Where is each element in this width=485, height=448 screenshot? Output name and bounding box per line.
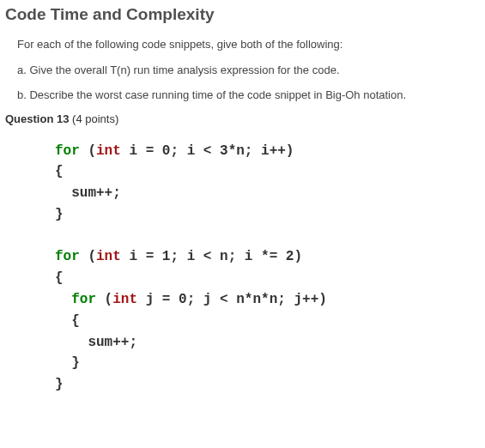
code-text: { <box>55 313 80 329</box>
instructions-b: b. Describe the worst case running time … <box>17 87 475 104</box>
section-title: Code Time and Complexity <box>5 5 475 24</box>
code-text: { <box>55 270 64 286</box>
code-text: } <box>55 355 80 371</box>
instructions-a: a. Give the overall T(n) run time analys… <box>17 62 475 79</box>
question-header: Question 13 (4 points) <box>5 112 475 125</box>
code-text: { <box>55 164 64 179</box>
keyword-for: for <box>55 143 80 159</box>
document-root: Code Time and Complexity For each of the… <box>0 0 485 413</box>
instructions-intro: For each of the following code snippets,… <box>17 36 475 53</box>
code-text: sum++; <box>55 335 137 350</box>
code-text: i = 1; i < n; i *= 2) <box>121 249 302 264</box>
question-number: Question 13 <box>5 112 69 125</box>
code-text: } <box>55 377 64 392</box>
keyword-for: for <box>55 249 80 264</box>
code-indent <box>55 292 71 307</box>
code-text: ( <box>80 143 96 159</box>
code-text: ( <box>96 292 112 307</box>
keyword-for: for <box>71 292 96 307</box>
code-text: } <box>55 207 64 222</box>
code-text: i = 0; i < 3*n; i++) <box>121 143 294 159</box>
type-int: int <box>96 249 121 264</box>
code-text: sum++; <box>55 185 121 201</box>
instructions-block: For each of the following code snippets,… <box>17 36 475 104</box>
code-snippet: for (int i = 0; i < 3*n; i++) { sum++; }… <box>55 141 475 397</box>
type-int: int <box>112 292 137 307</box>
code-text: ( <box>80 249 96 264</box>
type-int: int <box>96 143 121 159</box>
question-points: (4 points) <box>72 112 118 125</box>
code-text: j = 0; j < n*n*n; j++) <box>137 292 327 307</box>
